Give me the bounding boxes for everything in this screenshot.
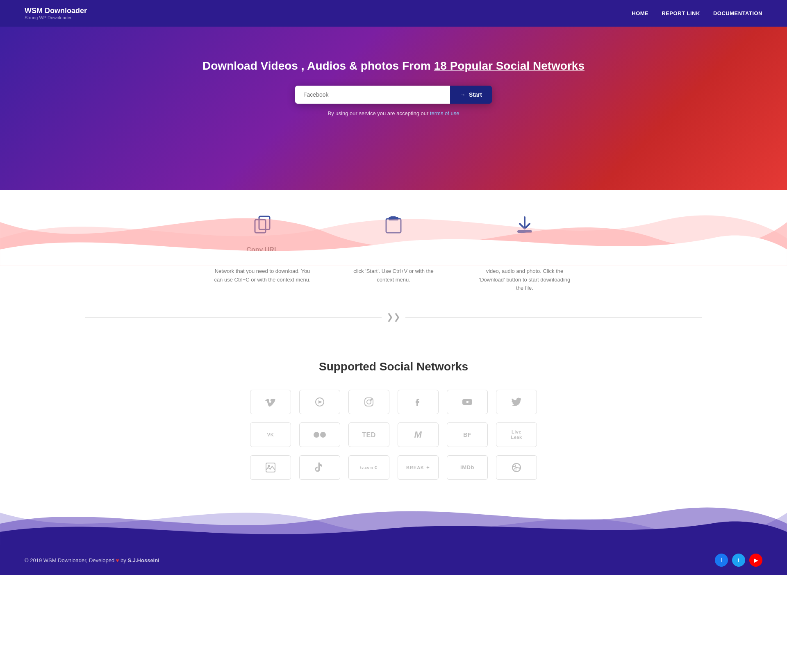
network-imgur[interactable] [250, 455, 291, 480]
network-youtube[interactable] [447, 390, 488, 414]
social-youtube-icon[interactable]: ▶ [749, 554, 762, 567]
hero-headline-text: Download Videos , Audios & photos From [202, 59, 434, 72]
hero-section: Download Videos , Audios & photos From 1… [0, 27, 787, 190]
arrow-icon: → [460, 91, 466, 98]
hero-headline-link[interactable]: 18 Popular Social Networks [434, 59, 585, 72]
network-buzzfeed[interactable]: BF [447, 422, 488, 447]
logo-subtitle: Strong WP Downloader [25, 15, 87, 20]
networks-grid: VK TED M BF LiveLeak [230, 390, 557, 480]
network-instagram[interactable] [348, 390, 389, 414]
network-twitter[interactable] [496, 390, 537, 414]
imdb-label: IMDb [460, 464, 474, 471]
network-vimeo[interactable] [250, 390, 291, 414]
ted-label: TED [362, 431, 376, 439]
nav-home[interactable]: HOME [632, 10, 648, 16]
wave-divider [0, 189, 787, 266]
svg-marker-7 [318, 400, 322, 404]
network-vk[interactable]: VK [250, 422, 291, 447]
network-flickr[interactable] [299, 422, 340, 447]
footer-author: S.J.Hosseini [127, 557, 159, 563]
social-facebook-icon[interactable]: f [715, 554, 728, 567]
svg-point-9 [367, 400, 371, 404]
bf-label: BF [463, 431, 471, 438]
network-tvcom[interactable]: tv.com ⊙ [348, 455, 389, 480]
footer-social: f t ▶ [715, 554, 762, 567]
terms-link[interactable]: terms of use [430, 110, 459, 116]
network-dribbble[interactable] [496, 455, 537, 480]
svg-point-14 [320, 432, 326, 438]
search-bar: → Start [295, 86, 492, 104]
hero-headline: Download Videos , Audios & photos From 1… [8, 59, 779, 73]
nav-docs[interactable]: DOCUMENTATION [713, 10, 762, 16]
supported-section: Supported Social Networks [0, 352, 787, 504]
divider-chevron-icon: ❯❯ [382, 312, 405, 322]
network-tiktok[interactable] [299, 455, 340, 480]
network-metacafe[interactable]: M [398, 422, 439, 447]
svg-point-10 [371, 399, 372, 400]
svg-point-13 [314, 432, 319, 438]
social-twitter-icon[interactable]: t [732, 554, 745, 567]
metacafe-label: M [414, 429, 422, 440]
network-ted[interactable]: TED [348, 422, 389, 447]
vk-label: VK [267, 432, 274, 438]
tvcom-label: tv.com ⊙ [360, 465, 378, 470]
break-label: BREAK ✦ [406, 465, 430, 470]
logo-block: WSM Downloader Strong WP Downloader [25, 7, 87, 20]
footer-copyright: © 2019 WSM Downloader, Developed ♥ by S.… [25, 557, 159, 563]
footer-wave [0, 504, 787, 545]
svg-rect-15 [266, 463, 275, 472]
terms-text: By using our service you are accepting o… [8, 110, 779, 116]
network-dailymotion[interactable] [299, 390, 340, 414]
logo-title: WSM Downloader [25, 7, 87, 15]
nav-report[interactable]: REPORT LINK [662, 10, 700, 16]
liveleak-label: LiveLeak [511, 429, 522, 440]
start-button[interactable]: → Start [450, 86, 492, 104]
network-break[interactable]: BREAK ✦ [398, 455, 439, 480]
search-input[interactable] [295, 86, 450, 104]
svg-point-16 [268, 465, 270, 467]
header: WSM Downloader Strong WP Downloader HOME… [0, 0, 787, 27]
network-facebook[interactable] [398, 390, 439, 414]
network-liveleak[interactable]: LiveLeak [496, 422, 537, 447]
footer: © 2019 WSM Downloader, Developed ♥ by S.… [0, 545, 787, 575]
divider-section: ❯❯ [8, 309, 779, 336]
supported-title: Supported Social Networks [8, 360, 779, 373]
network-imdb[interactable]: IMDb [447, 455, 488, 480]
main-nav: HOME REPORT LINK DOCUMENTATION [632, 10, 762, 16]
heart-icon: ♥ [116, 557, 121, 563]
